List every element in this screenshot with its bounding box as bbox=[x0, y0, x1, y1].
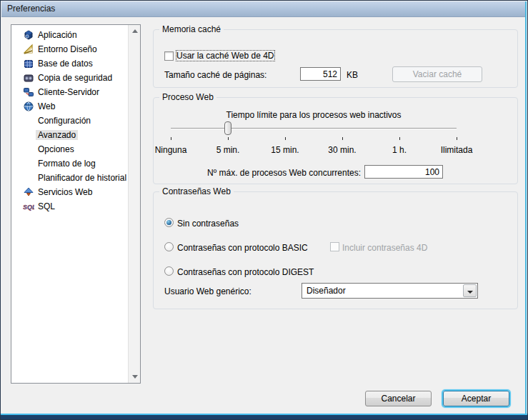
tree-item-label: Opciones bbox=[38, 144, 74, 154]
tree-item-base-de-datos[interactable]: Base de datos bbox=[11, 56, 126, 71]
slider-tick bbox=[457, 137, 457, 140]
tree-item-formato-de-log[interactable]: Formato de log bbox=[11, 156, 126, 171]
page-cache-size-input[interactable] bbox=[300, 67, 341, 81]
no-passwords-label[interactable]: Sin contraseñas bbox=[177, 219, 239, 229]
tree-item-entorno-diseno[interactable]: Entorno Diseño bbox=[11, 42, 126, 56]
preferences-tree: Aplicación Entorno Diseño Base de datos … bbox=[11, 24, 141, 384]
basic-protocol-radio[interactable] bbox=[164, 242, 174, 251]
design-tools-icon bbox=[23, 44, 34, 55]
tree-item-label: Base de datos bbox=[38, 59, 93, 69]
digest-protocol-label[interactable]: Contraseñas con protocolo DIGEST bbox=[177, 267, 314, 277]
slider-tick bbox=[342, 137, 343, 140]
basic-protocol-label[interactable]: Contraseñas con protocolo BASIC bbox=[177, 243, 308, 253]
tree-item-opciones[interactable]: Opciones bbox=[11, 142, 126, 156]
application-icon bbox=[23, 29, 34, 41]
svg-text:SQL: SQL bbox=[23, 204, 34, 211]
client-server-icon bbox=[23, 86, 34, 98]
group-title: Memoria caché bbox=[159, 24, 224, 34]
tree-item-label: Web bbox=[38, 101, 55, 111]
use-web-cache-checkbox[interactable] bbox=[164, 51, 174, 61]
slider-tick bbox=[399, 137, 400, 140]
tree-item-label: Servicios Web bbox=[38, 187, 92, 197]
include-4d-passwords-label: Incluir contraseñas 4D bbox=[342, 243, 427, 253]
clear-cache-button: Vaciar caché bbox=[392, 66, 482, 82]
slider-tick bbox=[228, 137, 229, 140]
tree-item-label: Copia de seguridad bbox=[38, 73, 112, 83]
group-memoria-cache: Memoria caché Usar la caché Web de 4D Ta… bbox=[153, 29, 518, 88]
digest-protocol-radio[interactable] bbox=[164, 266, 174, 276]
timeout-slider-track[interactable] bbox=[171, 128, 457, 129]
tree-item-label: Aplicación bbox=[38, 30, 77, 40]
max-processes-label: Nº máx. de procesos Web concurrentes: bbox=[175, 168, 361, 178]
tree-item-aplicacion[interactable]: Aplicación bbox=[11, 28, 126, 42]
tree-item-servicios-web[interactable]: Servicios Web bbox=[11, 185, 126, 199]
tree-item-label: Entorno Diseño bbox=[38, 44, 97, 54]
slider-tick-label: 5 min. bbox=[199, 145, 256, 155]
window-title: Preferencias bbox=[7, 4, 55, 14]
dropdown-button[interactable] bbox=[463, 284, 477, 297]
group-contrasenas-web: Contraseñas Web Sin contraseñas Contrase… bbox=[153, 191, 518, 309]
cancel-button[interactable]: Cancelar bbox=[365, 391, 432, 406]
no-passwords-radio[interactable] bbox=[164, 218, 174, 227]
page-cache-size-label: Tamaño caché de páginas: bbox=[164, 70, 267, 80]
tree-item-copia-de-seguridad[interactable]: Copia de seguridad bbox=[11, 71, 126, 85]
tree-item-sql[interactable]: SQL SQL bbox=[11, 199, 126, 214]
generic-web-user-value: Diseñador bbox=[307, 286, 346, 296]
preferences-dialog: Preferencias Aplicación Entorno Diseño B… bbox=[0, 0, 528, 420]
scroll-up-icon bbox=[132, 29, 138, 33]
backup-icon bbox=[23, 72, 34, 84]
tree-item-web[interactable]: Web bbox=[11, 99, 126, 114]
web-services-icon bbox=[23, 186, 34, 198]
chevron-down-icon bbox=[467, 291, 473, 294]
include-4d-passwords-checkbox bbox=[330, 242, 339, 251]
tree-item-label: Formato de log bbox=[38, 159, 96, 169]
slider-caption: Tiempo límite para los procesos web inac… bbox=[171, 110, 457, 120]
accept-button[interactable]: Aceptar bbox=[443, 391, 509, 406]
tree-item-label: Avanzado bbox=[36, 130, 78, 140]
window-bottom-edge bbox=[1, 414, 527, 419]
clear-cache-button-label: Vaciar caché bbox=[393, 67, 482, 81]
sql-icon: SQL bbox=[23, 201, 34, 212]
database-icon bbox=[23, 58, 34, 69]
tree-item-label: Configuración bbox=[38, 116, 91, 126]
slider-tick-label: 15 min. bbox=[256, 145, 314, 155]
group-proceso-web: Proceso Web Tiempo límite para los proce… bbox=[153, 97, 518, 184]
group-title: Proceso Web bbox=[159, 92, 216, 102]
scroll-up-button[interactable] bbox=[129, 25, 140, 37]
cancel-button-label: Cancelar bbox=[366, 391, 431, 406]
slider-tick-label: Ilimitada bbox=[428, 145, 485, 155]
accept-button-label: Aceptar bbox=[444, 391, 509, 406]
tree-scrollbar[interactable] bbox=[128, 25, 140, 383]
slider-tick bbox=[285, 137, 286, 140]
tree-item-label: SQL bbox=[38, 201, 55, 211]
group-title: Contraseñas Web bbox=[159, 186, 234, 196]
tree-item-planificador-de-historial[interactable]: Planificador de historial bbox=[11, 171, 126, 185]
scroll-down-button[interactable] bbox=[129, 371, 140, 383]
slider-tick-label: 30 min. bbox=[314, 145, 371, 155]
page-cache-unit-label: KB bbox=[347, 70, 358, 80]
window-right-edge bbox=[525, 1, 527, 414]
generic-web-user-dropdown[interactable]: Diseñador bbox=[302, 283, 478, 299]
slider-tick-label: 1 h. bbox=[371, 145, 428, 155]
tree-item-label: Planificador de historial bbox=[38, 173, 126, 183]
tree-item-configuracion[interactable]: Configuración bbox=[11, 114, 126, 128]
tree-item-avanzado[interactable]: Avanzado bbox=[11, 128, 126, 142]
slider-tick-label: Ninguna bbox=[142, 145, 199, 155]
titlebar[interactable]: Preferencias bbox=[1, 1, 527, 17]
scroll-down-icon bbox=[132, 375, 138, 379]
tree-item-cliente-servidor[interactable]: Cliente-Servidor bbox=[11, 85, 126, 99]
tree-item-label: Cliente-Servidor bbox=[38, 87, 99, 97]
max-processes-input[interactable] bbox=[364, 165, 443, 179]
globe-icon bbox=[23, 101, 34, 112]
use-web-cache-label[interactable]: Usar la caché Web de 4D bbox=[176, 51, 274, 61]
timeout-slider-thumb[interactable] bbox=[224, 121, 231, 135]
slider-tick bbox=[171, 137, 171, 140]
generic-web-user-label: Usuario Web genérico: bbox=[164, 286, 251, 296]
